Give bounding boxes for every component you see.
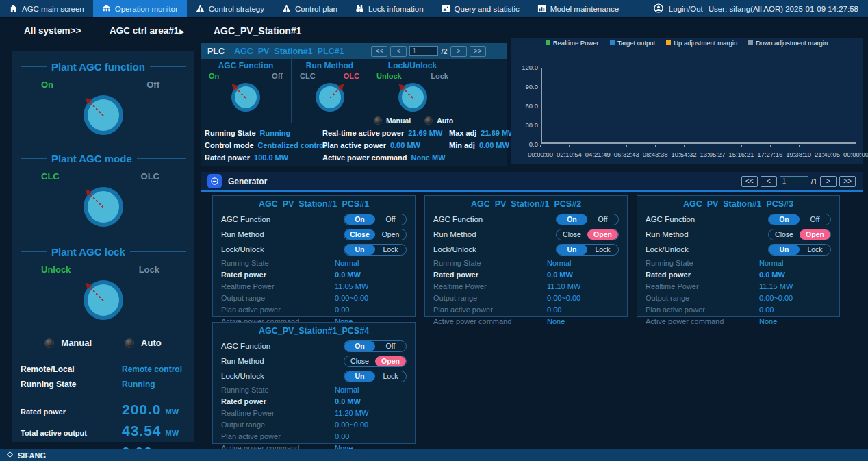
stat-empty — [449, 153, 515, 162]
remote-local-value: Remote control — [122, 364, 182, 374]
toggle-option-unlock[interactable]: Un — [344, 245, 375, 255]
option-lock[interactable]: Lock — [139, 264, 159, 275]
option-on[interactable]: On — [41, 79, 53, 90]
last-page-button[interactable]: >> — [839, 176, 856, 187]
plc-agc-function-knob[interactable] — [231, 83, 260, 112]
agc-function-toggle[interactable]: On Off — [344, 214, 407, 225]
plc-run-method-knob[interactable] — [316, 83, 344, 112]
page-input[interactable] — [409, 46, 438, 56]
plc-manual-auto-row: Manual Auto — [368, 116, 498, 125]
plc-lock-unlock-knob[interactable] — [398, 83, 427, 112]
agc-function-toggle[interactable]: On Off — [556, 214, 619, 225]
knob-needle — [89, 286, 103, 301]
option-off[interactable]: Off — [272, 72, 283, 80]
nav-label: AGC main screen — [22, 5, 84, 13]
prev-page-button[interactable]: < — [761, 176, 777, 187]
agc-function-toggle[interactable]: On Off — [768, 214, 831, 225]
toggle-option-open[interactable]: Open — [375, 356, 406, 366]
manual-radio[interactable] — [44, 338, 54, 348]
option-lock[interactable]: Lock — [431, 72, 448, 80]
manual-radio[interactable] — [374, 116, 382, 125]
legend-down-adjustment-margin: Down adjustment margin — [748, 39, 828, 47]
plc-stats: Running StateRunning Real-time active po… — [201, 123, 507, 162]
rated-power-value: 200.0 — [122, 401, 162, 418]
breadcrumb-agc-ctrl-area[interactable]: AGC ctrl area#1▶ — [110, 25, 184, 36]
lock-unlock-toggle[interactable]: Un Lock — [768, 244, 831, 256]
nav-model-maintenance[interactable]: Model maintenance — [528, 0, 628, 17]
option-unlock[interactable]: Unlock — [41, 264, 71, 275]
toggle-option-lock[interactable]: Lock — [375, 371, 406, 382]
lock-unlock-row: Lock/Unlock Un Lock — [646, 242, 831, 257]
plant-agc-mode-knob[interactable] — [84, 187, 123, 227]
run-method-toggle[interactable]: Close Open — [768, 229, 831, 240]
toggle-option-on[interactable]: On — [344, 341, 375, 351]
rated-power-row: Rated power0.0 MW — [221, 395, 407, 407]
lock-unlock-toggle[interactable]: Un Lock — [344, 371, 407, 382]
option-olc[interactable]: OLC — [141, 171, 159, 182]
nav-label: Query and statistic — [455, 5, 520, 13]
toggle-option-off[interactable]: Off — [800, 214, 830, 225]
option-clc[interactable]: CLC — [300, 72, 316, 80]
option-olc[interactable]: OLC — [344, 72, 359, 80]
plant-agc-function-knob[interactable] — [84, 95, 123, 135]
option-unlock[interactable]: Unlock — [376, 72, 402, 80]
plant-agc-lock-knob[interactable] — [84, 280, 123, 320]
toggle-option-unlock[interactable]: Un — [557, 245, 587, 255]
toggle-option-off[interactable]: Off — [587, 214, 618, 225]
toggle-option-on[interactable]: On — [344, 214, 375, 225]
run-method-toggle[interactable]: Close Open — [344, 356, 407, 367]
first-page-button[interactable]: << — [741, 176, 758, 187]
nav-operation-monitor[interactable]: Operation monitor — [93, 0, 187, 17]
toggle-option-open[interactable]: Open — [800, 229, 830, 240]
toggle-option-close[interactable]: Close — [344, 356, 375, 366]
nav-query-statistic[interactable]: Query and statistic — [433, 0, 528, 17]
toggle-option-close[interactable]: Close — [769, 229, 800, 240]
run-method-toggle[interactable]: Close Open — [556, 229, 619, 240]
lock-unlock-toggle[interactable]: Un Lock — [556, 244, 619, 256]
toggle-option-unlock[interactable]: Un — [769, 245, 800, 255]
toggle-option-open[interactable]: Open — [375, 229, 406, 240]
pcs-card-title: AGC_PV_Station#1_PCS#1 — [221, 199, 407, 209]
agc-function-toggle[interactable]: On Off — [344, 340, 407, 352]
nav-lock-information[interactable]: Lock infomation — [346, 0, 433, 17]
next-page-button[interactable]: > — [820, 176, 837, 187]
toggle-option-lock[interactable]: Lock — [587, 245, 618, 255]
nav-agc-main-screen[interactable]: AGC main screen — [0, 0, 93, 17]
toggle-option-lock[interactable]: Lock — [800, 245, 830, 255]
pcs-card-2: AGC_PV_Station#1_PCS#2 AGC Function On O… — [424, 195, 628, 317]
option-clc[interactable]: CLC — [41, 171, 60, 182]
toggle-option-off[interactable]: Off — [375, 341, 406, 351]
toggle-option-lock[interactable]: Lock — [375, 245, 406, 255]
page-input[interactable] — [780, 176, 808, 186]
nav-control-plan[interactable]: Control plan — [273, 0, 346, 17]
toggle-option-on[interactable]: On — [769, 214, 800, 225]
nav-user-area: Login/Out User: sifang(All AOR) 2025-01-… — [654, 0, 868, 17]
plant-agc-lock-options: Unlock Lock — [21, 264, 186, 275]
output-range-row: Output range0.00~0.00 — [221, 292, 407, 303]
stat-running-state: Running StateRunning — [205, 129, 322, 137]
next-page-button[interactable]: > — [450, 46, 467, 57]
lock-unlock-toggle[interactable]: Un Lock — [344, 244, 407, 256]
toggle-option-off[interactable]: Off — [375, 214, 406, 225]
first-page-button[interactable]: << — [371, 46, 387, 57]
breadcrumb-all-system[interactable]: All system>> — [24, 25, 81, 36]
last-page-button[interactable]: >> — [470, 46, 486, 57]
toggle-option-close[interactable]: Close — [344, 229, 375, 240]
option-off[interactable]: Off — [146, 79, 159, 90]
prev-page-button[interactable]: < — [390, 46, 407, 57]
nav-label: Operation monitor — [115, 5, 178, 13]
toggle-option-open[interactable]: Open — [587, 229, 618, 240]
run-method-toggle[interactable]: Close Open — [344, 229, 407, 240]
power-trend-chart: Realtime Power Target output Up adjustme… — [511, 38, 863, 164]
auto-radio[interactable] — [424, 116, 433, 125]
breadcrumb-station-title[interactable]: AGC_PV_Station#1 — [214, 25, 301, 36]
auto-radio[interactable] — [125, 338, 134, 348]
option-on[interactable]: On — [209, 72, 219, 80]
toggle-option-close[interactable]: Close — [557, 229, 587, 240]
nav-control-strategy[interactable]: Control strategy — [187, 0, 273, 17]
generator-icon — [207, 174, 222, 188]
plc-device-name[interactable]: AGC_PV_Station#1_PLC#1 — [234, 47, 344, 56]
login-out-link[interactable]: Login/Out — [669, 5, 703, 13]
toggle-option-unlock[interactable]: Un — [344, 371, 375, 382]
toggle-option-on[interactable]: On — [557, 214, 587, 225]
